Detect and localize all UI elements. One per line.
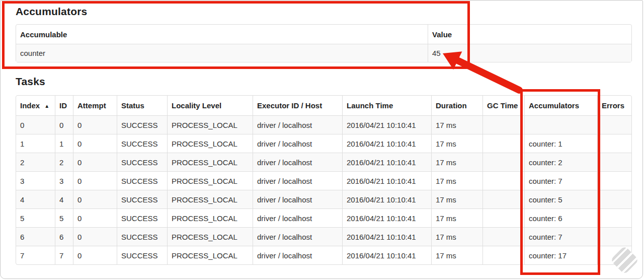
task-cell-duration: 17 ms [431,208,482,227]
task-cell-executor-id-host: driver / localhost [253,227,342,246]
task-cell-errors [597,153,631,171]
task-cell-index: 2 [16,153,55,171]
task-cell-accumulators: counter: 6 [524,208,597,227]
task-cell-attempt: 0 [73,171,117,190]
task-cell-accumulators: counter: 2 [524,153,597,171]
accumulable-value-cell: 45 [428,44,631,62]
task-cell-attempt: 0 [73,208,117,227]
task-cell-locality-level: PROCESS_LOCAL [167,246,253,264]
task-cell-launch-time: 2016/04/21 10:10:41 [342,115,431,134]
task-cell-id: 6 [55,227,73,246]
accumulable-column-header: Accumulable [16,25,428,44]
accumulable-name-cell: counter [16,44,428,62]
launch-time-column-header[interactable]: Launch Time [342,96,431,115]
task-cell-accumulators: counter: 17 [524,246,597,264]
task-cell-accumulators: counter: 5 [524,190,597,208]
task-cell-status: SUCCESS [117,246,167,264]
task-cell-index: 1 [16,134,55,153]
task-cell-status: SUCCESS [117,134,167,153]
task-cell-index: 3 [16,171,55,190]
task-cell-id: 5 [55,208,73,227]
task-cell-duration: 17 ms [431,171,482,190]
task-cell-attempt: 0 [73,115,117,134]
task-cell-launch-time: 2016/04/21 10:10:41 [342,227,431,246]
duration-column-header[interactable]: Duration [431,96,482,115]
accumulators-section-heading: Accumulators [16,6,87,18]
executor-id-host-column-header[interactable]: Executor ID / Host [253,96,342,115]
task-cell-id: 3 [55,171,73,190]
index-column-header[interactable]: Index▲ [16,96,55,115]
task-cell-locality-level: PROCESS_LOCAL [167,115,253,134]
task-cell-launch-time: 2016/04/21 10:10:41 [342,208,431,227]
task-cell-gc-time [482,171,524,190]
task-cell-index: 0 [16,115,55,134]
task-cell-attempt: 0 [73,153,117,171]
task-cell-status: SUCCESS [117,115,167,134]
task-cell-index: 4 [16,190,55,208]
tasks-header-row: Index▲ ID Attempt Status Locality Level … [16,96,631,115]
task-cell-status: SUCCESS [117,208,167,227]
task-cell-executor-id-host: driver / localhost [253,190,342,208]
accumulators-header-row: Accumulable Value [16,25,631,44]
task-cell-id: 0 [55,115,73,134]
task-cell-gc-time [482,134,524,153]
task-cell-duration: 17 ms [431,246,482,264]
task-cell-duration: 17 ms [431,134,482,153]
value-column-header: Value [428,25,631,44]
gc-time-column-header[interactable]: GC Time [482,96,524,115]
task-row: 6 6 0 SUCCESS PROCESS_LOCAL driver / loc… [16,227,631,246]
tasks-table-body: 0 0 0 SUCCESS PROCESS_LOCAL driver / loc… [16,115,631,264]
task-cell-status: SUCCESS [117,227,167,246]
task-cell-attempt: 0 [73,134,117,153]
task-cell-accumulators: counter: 7 [524,227,597,246]
task-cell-duration: 17 ms [431,115,482,134]
task-cell-duration: 17 ms [431,153,482,171]
task-cell-executor-id-host: driver / localhost [253,115,342,134]
task-cell-errors [597,115,631,134]
task-cell-locality-level: PROCESS_LOCAL [167,171,253,190]
accumulators-table: Accumulable Value counter 45 [16,24,632,62]
task-row: 0 0 0 SUCCESS PROCESS_LOCAL driver / loc… [16,115,631,134]
task-cell-errors [597,190,631,208]
task-cell-gc-time [482,153,524,171]
id-column-header[interactable]: ID [55,96,73,115]
task-cell-gc-time [482,115,524,134]
locality-level-column-header[interactable]: Locality Level [167,96,253,115]
task-cell-launch-time: 2016/04/21 10:10:41 [342,246,431,264]
attempt-column-header[interactable]: Attempt [73,96,117,115]
task-cell-id: 7 [55,246,73,264]
task-cell-gc-time [482,208,524,227]
task-row: 5 5 0 SUCCESS PROCESS_LOCAL driver / loc… [16,208,631,227]
task-cell-locality-level: PROCESS_LOCAL [167,208,253,227]
task-cell-errors [597,171,631,190]
task-cell-duration: 17 ms [431,227,482,246]
status-column-header[interactable]: Status [117,96,167,115]
task-cell-accumulators: counter: 7 [524,171,597,190]
sort-ascending-icon: ▲ [44,103,49,109]
task-cell-gc-time [482,246,524,264]
task-row: 1 1 0 SUCCESS PROCESS_LOCAL driver / loc… [16,134,631,153]
task-cell-executor-id-host: driver / localhost [253,246,342,264]
accumulator-row: counter 45 [16,44,631,62]
task-cell-index: 7 [16,246,55,264]
task-cell-id: 1 [55,134,73,153]
task-cell-locality-level: PROCESS_LOCAL [167,227,253,246]
task-cell-launch-time: 2016/04/21 10:10:41 [342,171,431,190]
task-cell-status: SUCCESS [117,153,167,171]
task-cell-locality-level: PROCESS_LOCAL [167,153,253,171]
task-cell-launch-time: 2016/04/21 10:10:41 [342,190,431,208]
task-cell-gc-time [482,227,524,246]
tasks-section-heading: Tasks [16,76,45,88]
task-row: 4 4 0 SUCCESS PROCESS_LOCAL driver / loc… [16,190,631,208]
errors-column-header[interactable]: Errors [597,96,631,115]
task-row: 7 7 0 SUCCESS PROCESS_LOCAL driver / loc… [16,246,631,264]
task-cell-locality-level: PROCESS_LOCAL [167,190,253,208]
spark-ui-stage-page: Accumulators Accumulable Value counter 4… [0,0,643,279]
task-row: 2 2 0 SUCCESS PROCESS_LOCAL driver / loc… [16,153,631,171]
accumulators-column-header[interactable]: Accumulators [524,96,597,115]
task-cell-attempt: 0 [73,190,117,208]
task-cell-locality-level: PROCESS_LOCAL [167,134,253,153]
task-cell-index: 6 [16,227,55,246]
task-cell-errors [597,208,631,227]
task-cell-attempt: 0 [73,227,117,246]
